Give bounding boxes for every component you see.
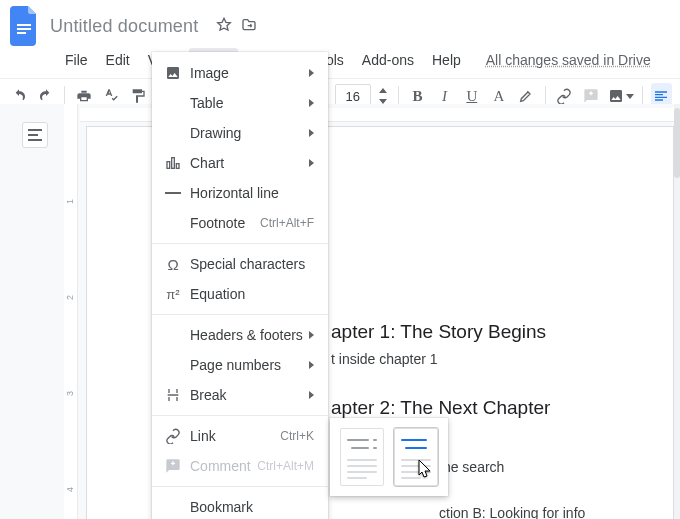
menuitem-page-numbers[interactable]: Page numbers (152, 350, 328, 380)
svg-rect-8 (176, 164, 179, 169)
svg-rect-0 (17, 24, 31, 26)
svg-rect-9 (165, 192, 181, 194)
svg-rect-4 (28, 134, 38, 136)
svg-rect-2 (17, 32, 26, 34)
menuitem-comment: CommentCtrl+Alt+M (152, 451, 328, 481)
menuitem-horizontal-line[interactable]: Horizontal line (152, 178, 328, 208)
menuitem-footnote[interactable]: FootnoteCtrl+Alt+F (152, 208, 328, 238)
docs-logo-icon[interactable] (10, 6, 40, 46)
menuitem-headers-footers[interactable]: Headers & footers (152, 320, 328, 350)
paragraph-2a: the search (439, 459, 633, 475)
submenu-arrow-icon (309, 331, 314, 339)
document-outline-icon[interactable] (22, 122, 48, 148)
save-status[interactable]: All changes saved in Drive (486, 52, 651, 68)
menuitem-chart[interactable]: Chart (152, 148, 328, 178)
menuitem-table[interactable]: Table (152, 88, 328, 118)
paragraph-2b: ction B: Looking for info (439, 505, 633, 519)
menuitem-special-characters[interactable]: Ω Special characters (152, 249, 328, 279)
menuitem-bookmark[interactable]: Bookmark (152, 492, 328, 519)
svg-rect-1 (17, 28, 31, 30)
pi-icon: π² (162, 287, 184, 302)
title-bar: Untitled document (0, 0, 680, 46)
menuitem-link[interactable]: LinkCtrl+K (152, 421, 328, 451)
paragraph-1: t inside chapter 1 (331, 351, 633, 367)
svg-rect-6 (167, 162, 170, 169)
horizontal-line-icon (162, 191, 184, 195)
menuitem-image[interactable]: Image (152, 58, 328, 88)
submenu-arrow-icon (309, 69, 314, 77)
menu-bar: File Edit View Insert Format Tools Add-o… (0, 46, 680, 78)
svg-rect-3 (28, 129, 42, 131)
document-title[interactable]: Untitled document (50, 16, 198, 37)
image-icon (162, 65, 184, 81)
omega-icon: Ω (162, 256, 184, 273)
toc-option-with-numbers[interactable] (340, 428, 384, 486)
menu-addons[interactable]: Add-ons (355, 48, 421, 72)
menuitem-drawing[interactable]: Drawing (152, 118, 328, 148)
submenu-arrow-icon (309, 129, 314, 137)
submenu-arrow-icon (309, 159, 314, 167)
page-break-icon (162, 387, 184, 403)
comment-icon (162, 458, 184, 474)
link-icon (162, 428, 184, 444)
vertical-ruler: 1 2 3 4 (64, 104, 78, 519)
menuitem-equation[interactable]: π² Equation (152, 279, 328, 309)
insert-menu-dropdown: Image Table Drawing Chart Horizontal lin… (152, 52, 328, 519)
menu-file[interactable]: File (58, 48, 95, 72)
toc-submenu (330, 418, 448, 496)
submenu-arrow-icon (309, 361, 314, 369)
vertical-scrollbar[interactable] (674, 104, 680, 519)
svg-rect-5 (28, 139, 42, 141)
menuitem-break[interactable]: Break (152, 380, 328, 410)
mouse-cursor-icon (417, 459, 433, 482)
heading-2: apter 2: The Next Chapter (331, 397, 633, 419)
menu-help[interactable]: Help (425, 48, 468, 72)
move-to-folder-icon[interactable] (240, 17, 258, 36)
submenu-arrow-icon (309, 99, 314, 107)
heading-1: apter 1: The Story Begins (331, 321, 633, 343)
menu-edit[interactable]: Edit (99, 48, 137, 72)
svg-rect-7 (172, 158, 175, 169)
submenu-arrow-icon (309, 391, 314, 399)
star-icon[interactable] (216, 17, 232, 36)
chart-icon (162, 155, 184, 171)
toc-option-with-links[interactable] (394, 428, 438, 486)
